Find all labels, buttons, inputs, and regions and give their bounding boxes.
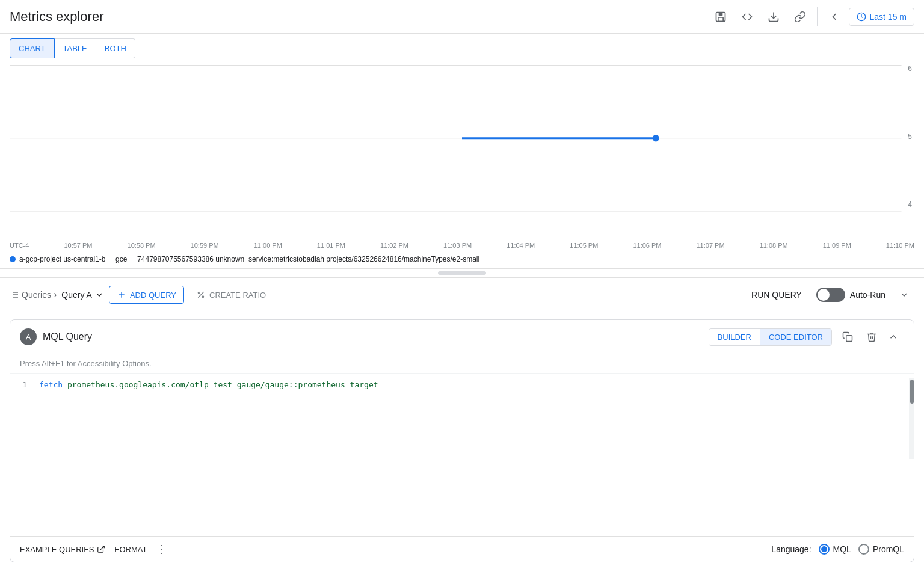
x-label-utc: UTC-4	[10, 242, 29, 249]
time-range-button[interactable]: Last 15 m	[849, 8, 914, 26]
code-keyword: fetch	[39, 380, 67, 389]
x-label-1104: 11:04 PM	[507, 242, 535, 249]
y-axis-6: 6	[908, 64, 912, 73]
expand-button[interactable]	[882, 326, 904, 348]
example-queries-button[interactable]: EXAMPLE QUERIES	[20, 545, 105, 554]
svg-rect-21	[846, 336, 852, 342]
editor-icon-buttons	[837, 326, 882, 348]
y-axis-5: 5	[908, 132, 912, 141]
x-label-1103: 11:03 PM	[443, 242, 472, 249]
code-line-1: fetch prometheus.googleapis.com/otlp_tes…	[39, 378, 904, 392]
chart-container: 6 5 4	[0, 58, 924, 239]
copy-icon	[842, 331, 853, 342]
code-content[interactable]: fetch prometheus.googleapis.com/otlp_tes…	[34, 378, 909, 459]
line-numbers: 1	[10, 378, 34, 459]
x-label-1059: 10:59 PM	[191, 242, 219, 249]
code-editor-mode-button[interactable]: CODE EDITOR	[760, 329, 831, 345]
list-icon	[10, 290, 19, 300]
auto-run-label: Auto-Run	[850, 290, 886, 300]
x-label-1102: 11:02 PM	[380, 242, 408, 249]
ratio-icon	[196, 290, 206, 300]
language-label: Language:	[771, 544, 811, 554]
create-ratio-button[interactable]: CREATE RATIO	[189, 286, 273, 303]
query-badge: A	[20, 328, 37, 345]
query-selector[interactable]: Query A	[61, 290, 104, 300]
language-section: Language: MQL PromQL	[771, 544, 904, 555]
expand-icon	[888, 331, 899, 342]
tab-chart[interactable]: CHART	[10, 38, 55, 58]
y-axis-4: 4	[908, 200, 912, 209]
chevron-down-collapse-icon	[899, 290, 909, 300]
x-label-1108: 11:08 PM	[760, 242, 788, 249]
editor-scrollbar[interactable]	[909, 378, 914, 459]
accessibility-hint: Press Alt+F1 for Accessibility Options.	[10, 354, 914, 374]
svg-point-20	[202, 296, 204, 298]
create-ratio-label: CREATE RATIO	[209, 291, 266, 300]
x-label-1107: 11:07 PM	[697, 242, 725, 249]
tab-table[interactable]: TABLE	[55, 38, 96, 58]
auto-run-switch[interactable]	[816, 288, 845, 302]
query-editor-section: A MQL Query BUILDER CODE EDITOR Press Al…	[10, 319, 914, 562]
editor-header: A MQL Query BUILDER CODE EDITOR	[10, 320, 914, 354]
app-title: Metrics explorer	[10, 9, 103, 25]
auto-run-toggle: Auto-Run	[816, 288, 886, 302]
editor-body: Press Alt+F1 for Accessibility Options. …	[10, 354, 914, 536]
svg-rect-2	[718, 17, 722, 21]
x-label-1100: 11:00 PM	[254, 242, 282, 249]
chevron-right-icon: ›	[54, 289, 57, 300]
save-icon-button[interactable]	[709, 5, 733, 29]
scrollbar-container[interactable]	[0, 269, 924, 278]
more-options-button[interactable]: ⋮	[156, 543, 167, 556]
x-label-1105: 11:05 PM	[570, 242, 598, 249]
x-label-1109: 11:09 PM	[823, 242, 851, 249]
mql-radio-circle	[819, 544, 830, 555]
builder-mode-button[interactable]: BUILDER	[709, 329, 760, 345]
code-icon-button[interactable]	[735, 5, 759, 29]
svg-line-22	[100, 546, 103, 550]
query-toolbar: Queries › Query A ADD QUERY CREATE RATIO…	[0, 278, 924, 312]
tab-both[interactable]: BOTH	[96, 38, 135, 58]
app-header: Metrics explorer Last 15 m	[0, 0, 924, 34]
queries-nav: Queries ›	[10, 289, 57, 300]
scrollbar-thumb[interactable]	[910, 380, 914, 404]
toggle-knob	[818, 289, 830, 301]
editor-mode-buttons: BUILDER CODE EDITOR	[709, 328, 832, 346]
editor-footer: EXAMPLE QUERIES FORMAT ⋮ Language: MQL P…	[10, 536, 914, 562]
promql-label: PromQL	[873, 544, 904, 554]
editor-empty-space[interactable]	[10, 464, 914, 536]
code-area[interactable]: 1 fetch prometheus.googleapis.com/otlp_t…	[10, 374, 914, 464]
queries-label-btn[interactable]: Queries	[10, 290, 51, 300]
mql-radio[interactable]: MQL	[819, 544, 851, 555]
delete-icon	[866, 331, 877, 342]
example-queries-label: EXAMPLE QUERIES	[20, 545, 94, 554]
x-label-1106: 11:06 PM	[633, 242, 661, 249]
query-name: Query A	[61, 290, 92, 300]
chart-legend: a-gcp-project us-central1-b __gce__ 7447…	[0, 251, 924, 268]
svg-rect-1	[718, 12, 722, 16]
legend-dot	[10, 256, 16, 262]
back-button[interactable]	[822, 5, 846, 29]
plus-icon	[117, 290, 126, 300]
line-number-1: 1	[17, 378, 27, 392]
chart-section: CHART TABLE BOTH 6 5 4 UTC-4 10:57 PM 10…	[0, 34, 924, 269]
format-button[interactable]: FORMAT	[115, 545, 147, 554]
add-query-label: ADD QUERY	[130, 291, 176, 300]
x-label-1110: 11:10 PM	[886, 242, 914, 249]
download-icon-button[interactable]	[762, 5, 786, 29]
add-query-button[interactable]: ADD QUERY	[109, 286, 184, 304]
copy-button[interactable]	[837, 326, 858, 348]
view-tabs: CHART TABLE BOTH	[0, 34, 924, 58]
promql-radio[interactable]: PromQL	[858, 544, 904, 555]
x-axis: UTC-4 10:57 PM 10:58 PM 10:59 PM 11:00 P…	[0, 239, 924, 251]
divider	[817, 7, 818, 26]
run-query-button[interactable]: RUN QUERY	[742, 286, 812, 303]
legend-text: a-gcp-project us-central1-b __gce__ 7447…	[19, 255, 479, 263]
mql-label: MQL	[833, 544, 851, 554]
horizontal-scrollbar[interactable]	[438, 271, 486, 275]
collapse-button[interactable]	[893, 284, 914, 306]
chevron-down-icon	[94, 290, 104, 300]
delete-button[interactable]	[861, 326, 882, 348]
chart-svg	[10, 58, 914, 239]
link-icon-button[interactable]	[788, 5, 812, 29]
svg-point-9	[653, 135, 659, 142]
